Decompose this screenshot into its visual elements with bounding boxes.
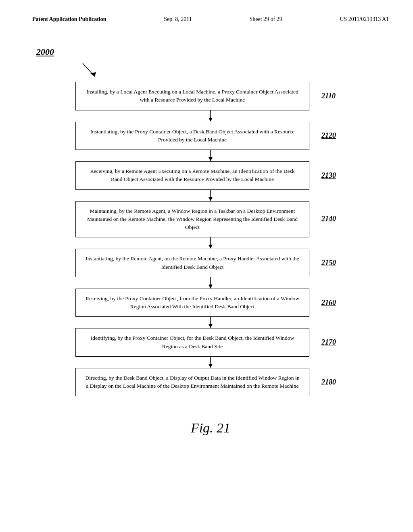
step-text-2120: Instantiating, by the Proxy Container Ob…: [90, 129, 295, 143]
flow-row-2130: Receiving, by a Remote Agent Executing o…: [32, 161, 389, 190]
step-box-2180: Directing, by the Desk Band Object, a Di…: [75, 368, 309, 397]
step-text-2140: Maintaining, by the Remote Agent, a Wind…: [87, 208, 298, 231]
step-box-2170: Identifying, by the Proxy Container Obje…: [75, 328, 309, 357]
step-box-2110: Installing, by a Local Agent Executing o…: [75, 82, 309, 110]
arrow-down-6: [206, 317, 215, 328]
publication-date: Sep. 8, 2011: [164, 16, 192, 23]
flowchart-diagram: 2000 Installing, by a Local Agent Execut…: [32, 47, 389, 436]
step-text-2160: Receiving, by the Proxy Container Object…: [86, 295, 299, 310]
figure-caption: Fig. 21: [32, 420, 389, 436]
step-box-2160: Receiving, by the Proxy Container Object…: [75, 289, 309, 317]
svg-marker-11: [209, 285, 213, 289]
step-box-2130: Receiving, by a Remote Agent Executing o…: [75, 161, 309, 190]
svg-marker-9: [209, 245, 213, 249]
patent-number: US 2011/0219313 A1: [340, 16, 389, 23]
svg-marker-13: [209, 324, 213, 328]
step-box-2120: Instantiating, by the Proxy Container Ob…: [75, 122, 309, 150]
flow-row-2140: Maintaining, by the Remote Agent, a Wind…: [32, 201, 389, 238]
step-number-2110: 2110: [321, 92, 346, 100]
flow-row-2110: Installing, by a Local Agent Executing o…: [32, 82, 389, 110]
svg-marker-3: [209, 118, 213, 122]
arrow-down-4: [206, 237, 215, 249]
svg-marker-7: [209, 197, 213, 201]
svg-marker-5: [209, 157, 213, 161]
step-text-2110: Installing, by a Local Agent Executing o…: [86, 89, 298, 103]
step-number-2150: 2150: [321, 259, 346, 267]
arrow-down-5: [206, 277, 215, 289]
page: Patent Application Publication Sep. 8, 2…: [0, 0, 413, 532]
page-header: Patent Application Publication Sep. 8, 2…: [32, 16, 389, 23]
step-text-2180: Directing, by the Desk Band Object, a Di…: [86, 375, 300, 389]
flow-row-2150: Instantiating, by the Remote Agent, on t…: [32, 249, 389, 277]
step-text-2150: Instantiating, by the Remote Agent, on t…: [86, 256, 299, 270]
publication-label: Patent Application Publication: [32, 16, 106, 23]
start-arrow-icon: [81, 61, 101, 79]
arrow-down-1: [206, 110, 215, 122]
sheet-info: Sheet 29 of 29: [249, 16, 282, 23]
step-number-2120: 2120: [321, 131, 346, 140]
flow-row-2120: Instantiating, by the Proxy Container Ob…: [32, 122, 389, 150]
step-number-2180: 2180: [321, 378, 346, 387]
step-number-2170: 2170: [321, 338, 346, 347]
step-text-2130: Receiving, by a Remote Agent Executing o…: [90, 168, 295, 182]
step-number-2130: 2130: [321, 171, 346, 180]
step-text-2170: Identifying, by the Proxy Container Obje…: [91, 335, 294, 349]
flow-steps: Installing, by a Local Agent Executing o…: [32, 82, 389, 396]
step-number-2160: 2160: [321, 299, 346, 307]
flow-row-2180: Directing, by the Desk Band Object, a Di…: [32, 368, 389, 397]
step-box-2150: Instantiating, by the Remote Agent, on t…: [75, 249, 309, 277]
svg-marker-15: [209, 364, 213, 368]
step-number-2140: 2140: [321, 215, 346, 223]
flow-row-2170: Identifying, by the Proxy Container Obje…: [32, 328, 389, 357]
arrow-down-2: [206, 150, 215, 161]
arrow-down-7: [206, 357, 215, 368]
diagram-label: 2000: [36, 47, 54, 57]
arrow-down-3: [206, 190, 215, 201]
flow-row-2160: Receiving, by the Proxy Container Object…: [32, 289, 389, 317]
step-box-2140: Maintaining, by the Remote Agent, a Wind…: [75, 201, 309, 238]
